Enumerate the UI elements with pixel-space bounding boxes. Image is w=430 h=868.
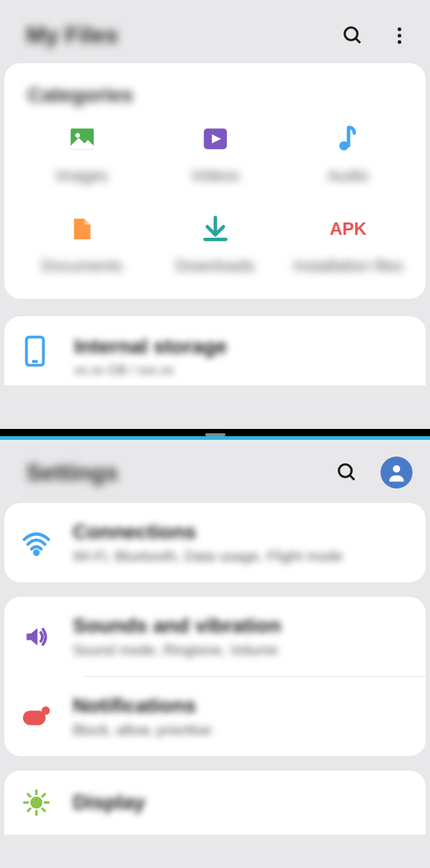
settings-item-subtitle: Wi-Fi, Bluetooth, Data usage, Flight mod…: [73, 548, 411, 565]
svg-line-26: [28, 808, 30, 811]
category-label: Installation files: [293, 257, 402, 276]
document-icon: [68, 214, 97, 244]
svg-point-15: [393, 465, 400, 473]
category-label: Audio: [327, 166, 368, 185]
audio-icon: [334, 124, 363, 153]
svg-point-18: [41, 706, 49, 714]
settings-item-subtitle: Block, allow, prioritise: [73, 722, 411, 739]
search-button[interactable]: [334, 459, 360, 486]
more-vertical-icon: [389, 25, 410, 47]
settings-group-sound-notif: Sounds and vibration Sound mode, Rington…: [4, 597, 426, 756]
myfiles-header: My Files: [0, 0, 430, 63]
svg-line-14: [350, 475, 354, 480]
category-audio[interactable]: Audio: [285, 124, 411, 185]
storage-subtitle: xx.xx GB / xxx.xx: [74, 363, 411, 378]
svg-line-25: [42, 808, 44, 811]
settings-item-sounds[interactable]: Sounds and vibration Sound mode, Rington…: [4, 597, 426, 676]
settings-header-actions: [334, 457, 413, 489]
settings-group-display: Display: [4, 771, 426, 835]
search-button[interactable]: [340, 23, 366, 49]
category-downloads[interactable]: Downloads: [152, 214, 278, 276]
more-button[interactable]: [386, 23, 413, 49]
notification-icon: [22, 702, 51, 731]
category-images[interactable]: Images: [19, 124, 145, 185]
download-icon: [201, 214, 230, 244]
settings-item-display[interactable]: Display: [4, 771, 426, 835]
svg-point-6: [75, 133, 79, 137]
settings-item-title: Connections: [73, 521, 411, 544]
svg-line-1: [356, 38, 360, 42]
volume-icon: [22, 622, 51, 651]
settings-title: Settings: [26, 459, 334, 486]
svg-point-3: [398, 33, 402, 37]
settings-text: Connections Wi-Fi, Bluetooth, Data usage…: [73, 521, 411, 565]
settings-item-title: Sounds and vibration: [73, 614, 411, 638]
settings-text: Sounds and vibration Sound mode, Rington…: [73, 614, 411, 659]
settings-item-connections[interactable]: Connections Wi-Fi, Bluetooth, Data usage…: [4, 503, 426, 582]
category-label: Documents: [41, 257, 122, 276]
settings-item-notifications[interactable]: Notifications Block, allow, prioritise: [4, 677, 426, 756]
video-icon: [201, 124, 230, 153]
person-icon: [386, 462, 407, 483]
search-icon: [336, 462, 358, 483]
settings-group-connections: Connections Wi-Fi, Bluetooth, Data usage…: [4, 503, 426, 582]
settings-text: Notifications Block, allow, prioritise: [73, 694, 411, 739]
categories-card: Categories Images: [4, 63, 426, 299]
category-label: Downloads: [175, 257, 255, 276]
account-button[interactable]: [381, 457, 413, 489]
svg-line-27: [42, 794, 44, 796]
brightness-icon: [22, 788, 51, 817]
category-documents[interactable]: Documents: [19, 214, 145, 276]
storage-text: Internal storage xx.xx GB / xxx.xx: [74, 335, 411, 378]
settings-app: Settings: [0, 435, 430, 868]
category-videos[interactable]: Videos: [152, 124, 278, 185]
split-highlight: [0, 436, 430, 440]
svg-point-13: [339, 465, 352, 478]
settings-item-title: Display: [73, 791, 411, 814]
svg-point-0: [345, 27, 358, 40]
internal-storage-card[interactable]: Internal storage xx.xx GB / xxx.xx: [4, 316, 426, 385]
svg-line-24: [28, 794, 30, 796]
category-label: Videos: [191, 166, 239, 185]
wifi-icon: [22, 529, 51, 558]
phone-icon: [23, 335, 52, 370]
drag-handle[interactable]: [205, 433, 226, 436]
svg-point-4: [398, 40, 402, 44]
categories-grid: Images Videos Audio: [19, 124, 411, 276]
settings-item-title: Notifications: [73, 694, 411, 718]
category-label: Images: [55, 166, 108, 185]
svg-point-16: [35, 550, 39, 554]
settings-text: Display: [73, 791, 411, 814]
myfiles-app: My Files Categories: [0, 0, 430, 435]
categories-heading: Categories: [28, 84, 411, 107]
svg-point-19: [31, 797, 41, 807]
search-icon: [342, 25, 364, 47]
settings-header: Settings: [0, 435, 430, 503]
svg-point-2: [398, 27, 402, 31]
apk-icon: APK: [334, 214, 363, 244]
settings-item-subtitle: Sound mode, Ringtone, Volume: [73, 642, 411, 659]
category-apk[interactable]: APK Installation files: [285, 214, 411, 276]
myfiles-header-actions: [340, 23, 413, 49]
myfiles-title: My Files: [26, 22, 340, 49]
image-icon: [68, 124, 97, 153]
storage-title: Internal storage: [74, 335, 411, 358]
